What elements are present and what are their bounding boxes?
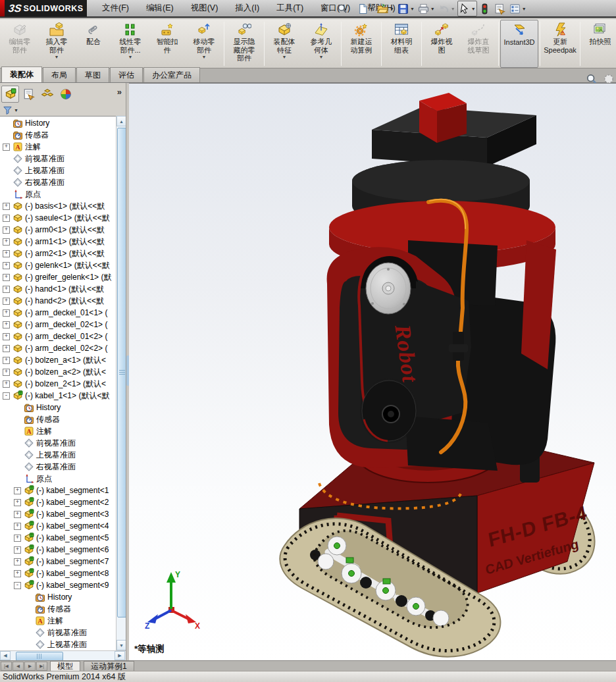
dropdown-arrow-icon[interactable]: ▼ [430,7,435,11]
tree-item[interactable]: +(-) saeule<1> (默认<<默 [0,212,116,224]
tree-item[interactable]: 前视基准面 [0,627,116,639]
dropdown-arrow-icon[interactable]: ▼ [282,55,287,59]
ribbon-button-mate[interactable]: 配合 [75,20,112,68]
tree-horizontal-scrollbar[interactable]: ◀ ▶ [0,650,126,660]
ribbon-button-exploded-view[interactable]: 爆炸视图 [423,20,460,68]
command-tab[interactable]: 草图 [76,67,109,82]
tree-item[interactable]: A注解 [0,425,116,437]
ribbon-button-linear-pattern[interactable]: 线性零部件...▼ [112,20,149,68]
tree-item[interactable]: +(-) bolzen_a<2> (默认< [0,366,116,378]
tree-expander[interactable]: + [14,511,21,518]
menu-item[interactable]: 编辑(E) [138,0,182,16]
tree-expander[interactable]: + [3,333,10,340]
dropdown-arrow-icon[interactable]: ▼ [390,7,394,11]
tree-item[interactable]: 原点 [0,188,116,200]
scroll-up-button[interactable]: ▲ [116,116,126,126]
study-tab[interactable]: 模型 [50,661,80,671]
ribbon-button-show-hidden[interactable]: 显示隐藏的零部件 [226,20,263,68]
ribbon-button-speedpak[interactable]: 更新Speedpak [542,20,578,68]
study-nav-button-1[interactable]: ◀ [13,662,24,671]
tree-expander[interactable]: + [14,487,21,494]
tree-expander[interactable]: + [3,250,10,257]
command-tab[interactable]: 布局 [43,67,76,82]
search-icon[interactable] [334,1,350,16]
tree-expander[interactable]: + [3,309,10,317]
horizontal-scroll-thumb[interactable] [16,652,63,661]
dropdown-arrow-icon[interactable]: ▼ [369,7,374,11]
study-tab[interactable]: 运动算例1 [84,661,134,671]
panel-overflow-chevron[interactable]: » [117,87,122,97]
tree-expander[interactable]: + [14,535,21,542]
panel-tab-property-manager[interactable] [20,86,38,103]
menu-item[interactable]: 工具(T) [268,0,312,16]
tree-item[interactable]: +(-) kabel_segment<5 [0,532,116,544]
dropdown-arrow-icon[interactable]: ▼ [410,7,415,11]
tree-expander[interactable]: + [3,298,10,305]
tree-expander[interactable]: + [14,546,21,554]
tree-expander[interactable]: + [3,357,10,364]
tree-item[interactable]: +(-) greifer_gelenk<1> (默 [0,271,116,283]
tree-expander[interactable]: + [3,274,10,281]
filter-dropdown-arrow[interactable]: ▼ [14,108,18,113]
tree-expander[interactable]: + [14,558,21,565]
tree-item[interactable]: 前视基准面 [0,153,116,165]
options-list-button[interactable]: ▼ [508,1,528,16]
tree-item[interactable]: +(-) kabel_segment<8 [0,567,116,579]
menu-item[interactable]: 视图(V) [182,0,227,16]
tree-item[interactable]: -(-) kabel_1<1> (默认<默 [0,390,116,402]
ribbon-button-smart-fastener[interactable]: 智能扣件 [149,20,186,68]
scroll-right-button[interactable]: ▶ [115,651,125,660]
filter-funnel-icon[interactable] [3,105,13,115]
scroll-down-button[interactable]: ▼ [116,640,126,650]
tree-item[interactable]: +(-) kabel_segment<2 [0,496,116,508]
tree-expander[interactable]: + [3,321,10,328]
ribbon-button-insert-component[interactable]: 插入零部件▼ [38,20,75,68]
command-tab[interactable]: 装配体 [1,66,42,82]
tree-expander[interactable]: + [3,144,10,151]
tree-item[interactable]: 上视基准面 [0,165,116,176]
tree-item[interactable]: +(-) hand<2> (默认<<默 [0,295,116,307]
graphics-viewport[interactable]: FH-D FB-4 CAD Vertiefung [129,83,616,660]
tree-item[interactable]: 上视基准面 [0,449,116,461]
tree-item[interactable]: +(-) basis<1> (默认<<默 [0,200,116,212]
study-nav-button-2[interactable]: ▶ [24,662,36,671]
tree-expander[interactable]: + [3,215,10,222]
dropdown-arrow-icon[interactable]: ▼ [319,55,324,59]
rebuild-traffic-light-button[interactable] [478,1,492,16]
tree-item[interactable]: +(-) bolzen_a<1> (默认< [0,354,116,366]
open-button[interactable]: ▼ [376,1,396,16]
tree-item[interactable]: +(-) kabel_segment<7 [0,556,116,567]
dropdown-arrow-icon[interactable]: ▼ [451,7,455,11]
properties-button[interactable] [493,1,507,16]
tree-item[interactable]: +(-) arm_deckel_02<1> ( [0,319,116,330]
tree-item[interactable]: History [0,402,116,413]
dropdown-arrow-icon[interactable]: ▼ [522,7,526,11]
tree-item[interactable]: +(-) hand<1> (默认<<默 [0,283,116,295]
tree-expander[interactable]: + [3,203,10,210]
ribbon-button-move-component[interactable]: 移动零部件▼ [186,20,222,68]
tree-vertical-scrollbar[interactable]: ▲ ▼ [116,116,126,650]
tree-item[interactable]: +(-) arm_deckel_02<2> ( [0,342,116,354]
ribbon-button-reference-geometry[interactable]: 参考几何体▼ [303,20,340,68]
command-tab[interactable]: 评估 [110,67,143,82]
undo-button[interactable]: ▼ [437,1,457,16]
tree-expander[interactable]: + [3,286,10,293]
tree-expander[interactable]: + [14,499,21,506]
tree-item[interactable]: +(-) arm_deckel_01<2> ( [0,330,116,342]
tree-item[interactable]: 右视基准面 [0,176,116,188]
tree-item[interactable]: 上视基准面 [0,639,116,650]
tree-item[interactable]: 前视基准面 [0,437,116,449]
panel-tab-configuration-manager[interactable] [38,86,56,103]
ribbon-button-motion-study[interactable]: 新建运动算例 [343,20,380,68]
ribbon-button-instant3d[interactable]: Instant3D [500,20,538,68]
tree-item[interactable]: A注解 [0,615,116,627]
tree-expander[interactable]: + [3,238,10,246]
tree-item[interactable]: +(-) kabel_segment<1 [0,485,116,496]
tree-item[interactable]: 传感器 [0,413,116,425]
tree-item[interactable]: 右视基准面 [0,461,116,473]
menu-item[interactable]: 插入(I) [226,0,268,16]
panel-tab-feature-tree[interactable] [1,86,19,103]
study-nav-button-0[interactable]: |◀ [1,662,12,671]
tree-item[interactable]: +(-) bolzen_2<1> (默认< [0,378,116,390]
tree-expander[interactable]: + [14,570,21,577]
